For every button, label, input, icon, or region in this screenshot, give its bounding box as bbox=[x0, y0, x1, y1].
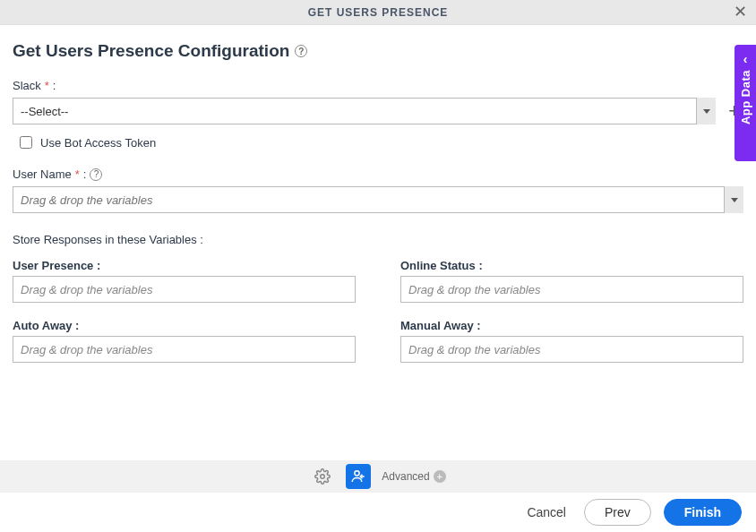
svg-point-0 bbox=[321, 475, 325, 479]
store-responses-heading: Store Responses in these Variables : bbox=[13, 233, 743, 246]
slack-label: Slack * : bbox=[13, 79, 743, 92]
username-input-wrap[interactable] bbox=[13, 186, 743, 213]
prev-button[interactable]: Prev bbox=[584, 499, 651, 526]
slack-select-input[interactable] bbox=[13, 98, 716, 124]
auto-away-input[interactable] bbox=[13, 336, 356, 363]
required-marker: * bbox=[45, 79, 49, 92]
username-input[interactable] bbox=[13, 186, 743, 213]
advanced-button[interactable]: Advanced + bbox=[382, 470, 445, 483]
user-presence-field: User Presence : bbox=[13, 259, 356, 303]
user-presence-input[interactable] bbox=[13, 276, 356, 303]
online-status-label: Online Status : bbox=[400, 259, 743, 272]
online-status-field: Online Status : bbox=[400, 259, 743, 303]
chevron-left-icon: ‹ bbox=[743, 52, 748, 66]
config-form: Get Users Presence Configuration ? Slack… bbox=[0, 25, 756, 363]
slack-select[interactable] bbox=[13, 98, 716, 124]
page-title: Get Users Presence Configuration ? bbox=[13, 41, 307, 61]
chevron-down-icon[interactable] bbox=[724, 186, 743, 213]
help-icon[interactable]: ? bbox=[295, 45, 307, 57]
close-icon[interactable]: ✕ bbox=[734, 4, 747, 20]
plus-circle-icon: + bbox=[434, 470, 446, 483]
username-label-text: User Name bbox=[13, 167, 72, 181]
bot-token-checkbox[interactable] bbox=[20, 136, 32, 149]
footer: Cancel Prev Finish bbox=[0, 493, 756, 532]
app-data-tab[interactable]: ‹ App Data bbox=[735, 45, 756, 161]
slack-field-row: + bbox=[13, 98, 743, 124]
bot-token-label: Use Bot Access Token bbox=[40, 136, 156, 150]
header-title: GET USERS PRESENCE bbox=[308, 6, 449, 19]
manual-away-label: Manual Away : bbox=[400, 319, 743, 332]
username-field-row bbox=[13, 186, 743, 213]
colon: : bbox=[83, 167, 87, 181]
gear-icon[interactable] bbox=[310, 464, 335, 489]
colon: : bbox=[53, 79, 56, 92]
bottom-toolbar: Advanced + bbox=[0, 460, 756, 493]
response-col-left: User Presence : Auto Away : bbox=[13, 259, 356, 363]
user-assign-icon[interactable] bbox=[346, 464, 371, 489]
help-icon[interactable]: ? bbox=[90, 168, 102, 181]
online-status-input[interactable] bbox=[400, 276, 743, 303]
username-label: User Name * : ? bbox=[13, 167, 743, 181]
chevron-down-icon[interactable] bbox=[696, 98, 716, 124]
cancel-button[interactable]: Cancel bbox=[521, 504, 571, 520]
header-bar: GET USERS PRESENCE ✕ bbox=[0, 0, 756, 25]
finish-button[interactable]: Finish bbox=[664, 499, 742, 526]
auto-away-field: Auto Away : bbox=[13, 319, 356, 363]
slack-label-text: Slack bbox=[13, 79, 41, 92]
required-marker: * bbox=[75, 167, 80, 181]
response-grid: User Presence : Auto Away : Online Statu… bbox=[13, 259, 743, 363]
svg-point-1 bbox=[355, 471, 359, 476]
response-col-right: Online Status : Manual Away : bbox=[400, 259, 743, 363]
app-data-label: App Data bbox=[739, 70, 752, 124]
user-presence-label: User Presence : bbox=[13, 259, 356, 272]
advanced-label: Advanced bbox=[382, 470, 429, 483]
manual-away-field: Manual Away : bbox=[400, 319, 743, 363]
page-title-text: Get Users Presence Configuration bbox=[13, 41, 289, 61]
bot-token-checkbox-row[interactable]: Use Bot Access Token bbox=[16, 133, 743, 151]
manual-away-input[interactable] bbox=[400, 336, 743, 363]
auto-away-label: Auto Away : bbox=[13, 319, 356, 332]
